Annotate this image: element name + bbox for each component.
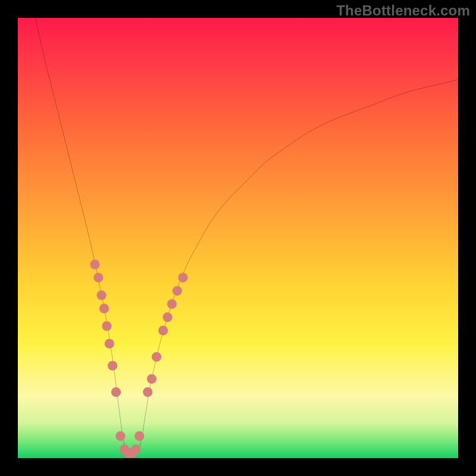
data-dot — [158, 325, 168, 335]
data-dot — [108, 361, 117, 370]
dot-cluster — [18, 18, 458, 458]
chart-frame: TheBottleneck.com — [0, 0, 476, 476]
data-dot — [162, 312, 172, 322]
data-dot — [96, 290, 106, 300]
data-dot — [99, 303, 109, 313]
data-dot — [173, 286, 182, 296]
data-dot — [143, 387, 152, 397]
plot-area — [18, 18, 458, 458]
data-dot — [111, 387, 121, 397]
data-dot — [102, 321, 111, 331]
data-dot — [115, 431, 125, 441]
data-dot — [105, 339, 114, 348]
data-dot — [167, 299, 177, 309]
data-dot — [178, 273, 187, 282]
data-dot — [152, 352, 161, 362]
watermark-text: TheBottleneck.com — [336, 2, 470, 19]
data-dot — [131, 444, 140, 454]
data-dot — [90, 259, 99, 269]
data-dot — [147, 374, 156, 384]
data-dot — [134, 431, 144, 441]
data-dot — [93, 273, 103, 282]
